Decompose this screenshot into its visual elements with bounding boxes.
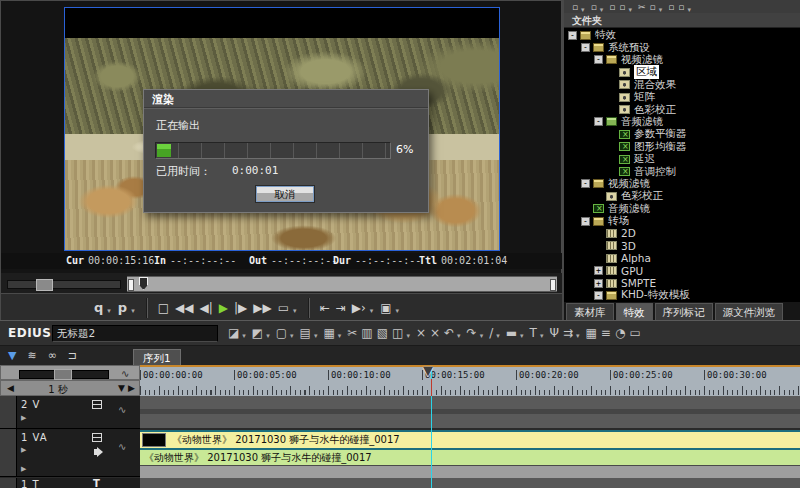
track-header-1va[interactable]: 1 VA ▶ ∿ ▶ [0,429,140,477]
tree-item[interactable]: 图形均衡器 [564,141,800,153]
color-wheel-icon[interactable]: ◔ [613,323,627,343]
dropdown-caret-icon[interactable]: ▾ [406,332,410,340]
timeline-zoom-handle[interactable] [54,369,72,380]
tree-expand-toggle[interactable]: - [594,291,603,300]
position-bar[interactable] [127,276,557,292]
dropdown-caret-icon[interactable]: ▾ [293,307,297,315]
redo-icon[interactable]: ↷ [465,323,479,343]
dock-panel-icon[interactable]: ⊐ [66,346,86,366]
track-expand-arrow-icon[interactable]: ▶ [21,446,26,454]
voice-over-icon[interactable]: Ψ [547,323,560,343]
dropdown-caret-icon[interactable]: ▾ [107,307,111,315]
dropdown-caret-icon[interactable]: ▾ [370,307,374,315]
tree-item[interactable]: 音调控制 [564,165,800,177]
tree-item[interactable]: 混合效果 [564,79,800,91]
track-2v-content[interactable] [140,396,800,428]
paste-icon[interactable]: ▧ [375,323,390,343]
tree-item[interactable]: -视频滤镜 [564,178,800,190]
audio-clip[interactable]: 《动物世界》 20171030 狮子与水牛的碰撞_0017 [140,448,800,465]
tree-expand-toggle[interactable]: + [594,266,603,275]
set-transition-icon[interactable]: ▬ [504,323,519,343]
titlebar-icon-5-icon[interactable]: ✂ [636,0,648,13]
dropdown-caret-icon[interactable]: ▾ [520,332,524,340]
dropdown-caret-icon[interactable]: ▾ [338,332,342,340]
titlebar-icon-4-icon[interactable]: ▫ [617,0,627,13]
scale-value[interactable]: 1 秒 [1,383,115,397]
titlebar-icon-2-icon[interactable]: ▫ [589,0,599,13]
tree-item[interactable]: 色彩校正 [564,103,800,115]
add-to-bin-icon[interactable]: ◫ [390,323,405,343]
tree-item[interactable]: 色彩校正 [564,190,800,202]
titlebar-icon-6-icon[interactable]: ▫ [648,0,658,13]
tree-item[interactable]: -转场 [564,215,800,227]
dropdown-caret-icon[interactable]: ▾ [396,307,400,315]
rewind-icon[interactable]: ◀◀ [172,298,196,318]
add-cut-point-icon[interactable]: / [487,323,495,343]
tree-item[interactable]: -视频滤镜 [564,54,800,66]
tree-item[interactable]: -特效 [564,29,800,41]
dropdown-caret-icon[interactable]: ▾ [290,332,294,340]
project-name-input[interactable] [52,325,218,342]
tree-item[interactable]: 区域 [564,66,800,78]
cut-icon[interactable]: ✂ [345,323,359,343]
play-icon[interactable]: ▶ [216,298,231,318]
cascade-view-icon[interactable]: ≋ [25,346,45,366]
stop-icon[interactable]: □ [155,298,172,318]
tree-item[interactable]: 音频滤镜 [564,202,800,214]
layers-icon[interactable] [92,433,102,442]
cancel-button[interactable]: 取消 [256,186,314,202]
dropdown-caret-icon[interactable]: ▾ [131,307,135,315]
speaker-icon[interactable] [94,449,98,455]
open-project-icon[interactable]: ▤ [298,323,313,343]
tree-expand-toggle[interactable]: - [581,43,590,52]
titlebar-icon-8-icon[interactable]: ▫ [676,0,686,13]
tree-item[interactable]: +GPU [564,264,800,276]
timeline-zoom-slider[interactable] [19,370,109,379]
title-icon[interactable]: T [528,323,539,343]
loop-icon[interactable]: ▭ [275,298,292,318]
palette-tab-1[interactable]: 素材库 [566,303,614,320]
new-sequence-icon[interactable]: ▢ [274,323,289,343]
tree-item[interactable]: -KHD-特效模板 [564,289,800,301]
save-project-icon[interactable]: ▦ [321,323,336,343]
shuttle-handle[interactable] [36,279,53,291]
ripple-delete-left-icon[interactable]: × [428,323,442,343]
dropdown-caret-icon[interactable]: ▾ [314,332,318,340]
dropdown-caret-icon[interactable]: ▾ [496,332,500,340]
tree-item[interactable]: -系统预设 [564,41,800,53]
tree-item[interactable]: 3D [564,240,800,252]
dropdown-caret-icon[interactable]: ▾ [581,6,585,14]
export-icon[interactable]: ▣ [377,298,394,318]
track-expand-arrow-icon[interactable]: ▶ [21,414,26,422]
titlebar-icon-1-icon[interactable]: ▫ [570,0,580,13]
tree-item[interactable]: +SMPTE [564,277,800,289]
title-track-icon[interactable]: T [93,478,100,488]
timeline-mode-icon[interactable]: ▼ [6,346,25,366]
monitor-icon[interactable]: ▭ [627,323,642,343]
dropdown-caret-icon[interactable]: ▾ [687,6,691,14]
shuttle-slider[interactable] [7,280,121,289]
audio-mixer-icon[interactable]: ≡ [599,323,613,343]
tree-item[interactable]: Alpha [564,252,800,264]
undo-icon[interactable]: ↶ [442,323,456,343]
copy-icon[interactable]: ▥ [359,323,374,343]
sync-link-icon[interactable]: ∿ [118,441,126,452]
tree-expand-toggle[interactable]: - [594,55,603,64]
export-sequence-icon[interactable]: ⇉ [561,323,575,343]
tree-expand-toggle[interactable]: - [581,217,590,226]
playhead-handle-icon[interactable]: ▼ [423,363,433,378]
goto-in-icon[interactable]: ⇤ [317,298,333,318]
tree-expand-toggle[interactable]: + [594,279,603,288]
video-clip[interactable]: 《动物世界》 20171030 狮子与水牛的碰撞_0017 [140,430,800,448]
dropdown-caret-icon[interactable]: ▾ [457,332,461,340]
tree-item[interactable]: 2D [564,227,800,239]
sync-link-icon[interactable]: ∿ [118,404,126,415]
palette-tab-2[interactable]: 特效 [616,303,653,320]
dropdown-caret-icon[interactable]: ▾ [659,6,663,14]
titlebar-icon-7-icon[interactable]: ▫ [666,0,676,13]
set-in-flag-icon[interactable]: q [91,298,106,318]
dropdown-caret-icon[interactable]: ▾ [266,332,270,340]
next-frame-icon[interactable]: |▶ [231,298,250,318]
sequence-tab[interactable]: 序列1 [133,349,181,366]
prev-frame-icon[interactable]: ◀| [196,298,215,318]
